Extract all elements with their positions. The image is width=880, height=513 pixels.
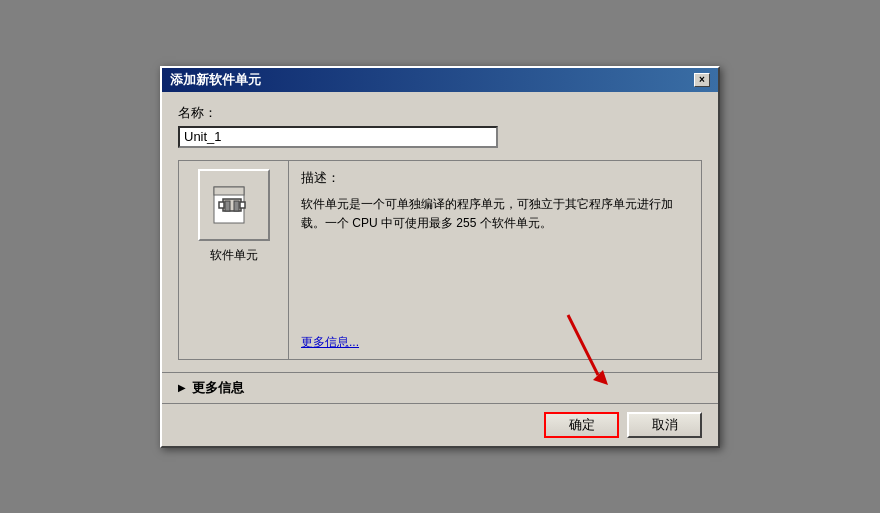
svg-rect-1 bbox=[214, 187, 244, 195]
svg-rect-6 bbox=[234, 201, 239, 211]
expand-arrow-icon: ▶ bbox=[178, 382, 186, 393]
more-info-link[interactable]: 更多信息... bbox=[301, 314, 689, 351]
add-software-unit-dialog: 添加新软件单元 × 名称： bbox=[160, 66, 720, 448]
ok-button[interactable]: 确定 bbox=[544, 412, 619, 438]
expand-section[interactable]: ▶ 更多信息 bbox=[162, 372, 718, 403]
software-unit-icon bbox=[209, 185, 259, 225]
svg-rect-5 bbox=[225, 201, 230, 211]
content-area: 软件单元 描述： 软件单元是一个可单独编译的程序单元，可独立于其它程序单元进行加… bbox=[178, 160, 702, 360]
cancel-button[interactable]: 取消 bbox=[627, 412, 702, 438]
desc-title: 描述： bbox=[301, 169, 689, 187]
name-input[interactable] bbox=[178, 126, 498, 148]
svg-rect-3 bbox=[219, 202, 224, 208]
right-panel: 描述： 软件单元是一个可单独编译的程序单元，可独立于其它程序单元进行加载。一个 … bbox=[289, 161, 701, 359]
unit-icon-label: 软件单元 bbox=[210, 247, 258, 264]
title-bar: 添加新软件单元 × bbox=[162, 68, 718, 92]
unit-icon-box[interactable] bbox=[198, 169, 270, 241]
button-row: 确定 取消 bbox=[162, 403, 718, 446]
expand-label: 更多信息 bbox=[192, 379, 244, 397]
close-button[interactable]: × bbox=[694, 73, 710, 87]
name-label: 名称： bbox=[178, 104, 702, 122]
dialog-body: 名称： 软 bbox=[162, 92, 718, 372]
desc-text: 软件单元是一个可单独编译的程序单元，可独立于其它程序单元进行加载。一个 CPU … bbox=[301, 195, 689, 233]
svg-rect-4 bbox=[240, 202, 245, 208]
left-panel: 软件单元 bbox=[179, 161, 289, 359]
dialog-title: 添加新软件单元 bbox=[170, 71, 261, 89]
